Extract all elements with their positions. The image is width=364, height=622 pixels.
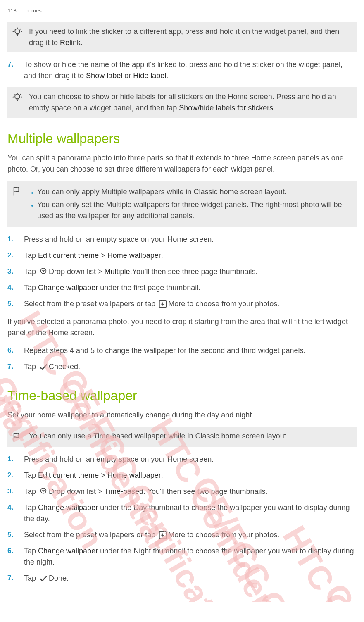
- sticker-step-list: 7. To show or hide the name of the app i…: [7, 57, 357, 84]
- step-body: Tap Edit current theme > Home wallpaper.: [24, 250, 357, 261]
- s3-post: .You'll then see three page thumbnails.: [130, 267, 258, 276]
- s5-pre: Select from the preset wallpapers or tap: [24, 300, 157, 308]
- note-labels-body: You can choose to show or hide labels fo…: [29, 91, 351, 114]
- step-number: 7.: [7, 573, 18, 584]
- step-number: 7.: [7, 59, 18, 81]
- step-number: 3.: [7, 266, 18, 277]
- step-number: 1.: [7, 234, 18, 245]
- tb-s3-pre: Tap: [24, 487, 38, 496]
- page-header: 118 Themes: [0, 7, 364, 19]
- multiple-step-6: 6. Repeat steps 4 and 5 to change the wa…: [7, 343, 357, 359]
- step-number: 4.: [7, 282, 18, 293]
- multiple-steps-cont: 6. Repeat steps 4 and 5 to change the wa…: [7, 343, 357, 375]
- step-number: 2.: [7, 470, 18, 481]
- note-multiple-item-1: You can only set the Multiple wallpapers…: [37, 199, 351, 222]
- heading-time-based-wallpaper: Time-based wallpaper: [7, 386, 357, 405]
- s7-checked: Checked.: [49, 362, 80, 371]
- tb-s2-mid: >: [99, 471, 107, 479]
- multiple-step-2: 2. Tap Edit current theme > Home wallpap…: [7, 248, 357, 264]
- timebased-step-5: 5. Select from the preset wallpapers or …: [7, 527, 357, 543]
- step7-or: or: [122, 71, 133, 80]
- note-relink-period: .: [81, 38, 83, 47]
- s4-post: under the first page thumbnail.: [98, 284, 200, 292]
- note-multiple-body: You can only apply Multiple wallpapers w…: [29, 185, 351, 223]
- page-content: If you need to link the sticker to a dif…: [0, 22, 364, 586]
- multiple-step-3: 3. Tap Drop down list > Multiple.You'll …: [7, 264, 357, 280]
- step-body: Tap Drop down list > Time-based. You'll …: [24, 486, 357, 497]
- multiple-option: Multiple: [105, 267, 130, 276]
- note-timebased-body: You can only use a Time-based wallpaper …: [29, 431, 351, 443]
- timebased-step-2: 2. Tap Edit current theme > Home wallpap…: [7, 467, 357, 484]
- multiple-step-1: 1. Press and hold on an empty space on y…: [7, 231, 357, 248]
- step-body: Press and hold on an empty space on your…: [24, 234, 357, 245]
- check-icon: [39, 574, 48, 583]
- step-number: 4.: [7, 502, 18, 524]
- step-number: 6.: [7, 546, 18, 568]
- step-number: 1.: [7, 454, 18, 465]
- relink-label: Relink: [60, 38, 81, 47]
- step-body: Repeat steps 4 and 5 to change the wallp…: [24, 345, 357, 356]
- s3-drop: Drop down list >: [49, 267, 105, 276]
- note-relink: If you need to link the sticker to a dif…: [7, 22, 357, 52]
- svg-point-0: [15, 29, 20, 34]
- step-body: To show or hide the name of the app it's…: [24, 59, 357, 81]
- s7-pre: Tap: [24, 362, 38, 371]
- change-wallpaper: Change wallpaper: [38, 503, 98, 512]
- multiple-interjection: If you've selected a panorama photo, you…: [7, 316, 357, 338]
- s4-pre: Tap: [24, 284, 38, 292]
- timebased-step-1: 1. Press and hold on an empty space on y…: [7, 451, 357, 467]
- step-number: 2.: [7, 250, 18, 261]
- page-number: 118: [7, 7, 17, 14]
- time-based-option: Time-based: [105, 487, 143, 496]
- step-number: 5.: [7, 298, 18, 310]
- step-body: Tap Checked.: [24, 361, 357, 372]
- note-multiple-list: You can only apply Multiple wallpapers w…: [29, 186, 351, 222]
- note-labels-period: .: [273, 104, 275, 112]
- tb-s3-post: . You'll then see two page thumbnails.: [143, 487, 268, 496]
- home-wallpaper: Home wallpaper: [107, 471, 161, 479]
- edit-current-theme: Edit current theme: [38, 251, 99, 260]
- step7-text-a: To show or hide the name of the app it's…: [24, 60, 343, 80]
- check-icon: [39, 362, 48, 372]
- multiple-step-5: 5. Select from the preset wallpapers or …: [7, 296, 357, 312]
- tb-s7-done: Done.: [49, 574, 69, 582]
- tb-s7-pre: Tap: [24, 574, 38, 582]
- step-body: Press and hold on an empty space on your…: [24, 454, 357, 465]
- page-section: Themes: [22, 7, 42, 14]
- s3-pre: Tap: [24, 267, 38, 276]
- step-body: Tap Change wallpaper under the first pag…: [24, 282, 357, 293]
- timebased-step-4: 4. Tap Change wallpaper under the Day th…: [7, 500, 357, 527]
- note-multiple-constraints: You can only apply Multiple wallpapers w…: [7, 181, 357, 227]
- tip-bulb-icon: [12, 91, 23, 114]
- step-body: Tap Done.: [24, 573, 357, 584]
- more-download-icon: [158, 300, 167, 309]
- step-body: Select from the preset wallpapers or tap…: [24, 298, 357, 310]
- more-download-icon: [158, 531, 167, 540]
- home-wallpaper: Home wallpaper: [107, 251, 161, 260]
- timebased-steps: 1. Press and hold on an empty space on y…: [7, 451, 357, 586]
- flag-icon: [12, 431, 23, 443]
- heading-multiple-wallpapers: Multiple wallpapers: [7, 129, 357, 148]
- tb-s3-drop: Drop down list >: [49, 487, 105, 496]
- tip-bulb-icon: [12, 26, 23, 48]
- change-wallpaper: Change wallpaper: [38, 284, 98, 292]
- tb-s5-more: More to choose from your photos.: [168, 531, 279, 539]
- multiple-step-4: 4. Tap Change wallpaper under the first …: [7, 280, 357, 296]
- dropdown-icon: [39, 267, 48, 276]
- timebased-step-3: 3. Tap Drop down list > Time-based. You'…: [7, 484, 357, 500]
- change-wallpaper: Change wallpaper: [38, 547, 98, 555]
- tb-s2-pre: Tap: [24, 471, 38, 479]
- step-body: Tap Change wallpaper under the Day thumb…: [24, 502, 357, 524]
- step-number: 6.: [7, 345, 18, 356]
- step7-period: .: [166, 71, 168, 80]
- step-body: Tap Drop down list > Multiple.You'll the…: [24, 266, 357, 277]
- tb-s6-pre: Tap: [24, 547, 38, 555]
- note-relink-body: If you need to link the sticker to a dif…: [29, 26, 351, 48]
- step-number: 7.: [7, 361, 18, 372]
- tb-s2-post: .: [161, 471, 163, 479]
- s2-post: .: [161, 251, 163, 260]
- multiple-intro: You can split a panorama photo into thre…: [7, 153, 357, 175]
- show-label: Show label: [86, 71, 122, 80]
- multiple-steps: 1. Press and hold on an empty space on y…: [7, 231, 357, 312]
- s2-mid: >: [99, 251, 107, 260]
